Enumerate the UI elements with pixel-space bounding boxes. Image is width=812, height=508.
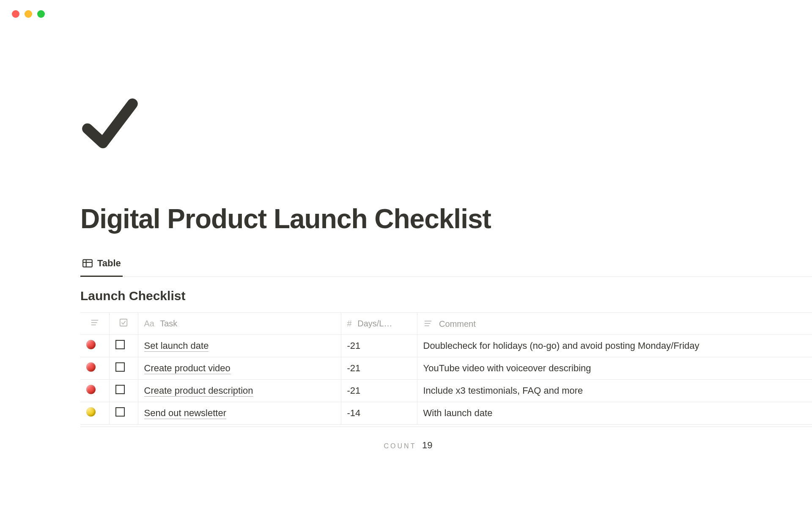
cell-days[interactable]: -21 bbox=[341, 335, 417, 357]
text-type-icon: Aa bbox=[144, 319, 154, 328]
checkmark-icon bbox=[80, 93, 140, 152]
status-dot-red bbox=[86, 385, 96, 394]
page-icon-checkmark[interactable] bbox=[80, 93, 140, 152]
table-row[interactable]: Send out newsletter-14With launch date bbox=[80, 402, 812, 425]
database-title[interactable]: Launch Checklist bbox=[80, 289, 812, 303]
column-header-comment-label: Comment bbox=[439, 319, 476, 329]
svg-rect-6 bbox=[120, 319, 127, 326]
cell-comment[interactable]: Include x3 testimonials, FAQ and more bbox=[417, 380, 812, 402]
status-dot-red bbox=[86, 340, 96, 349]
column-header-days-label: Days/L… bbox=[357, 319, 392, 328]
cell-checkbox[interactable] bbox=[109, 402, 138, 425]
page-content: Digital Product Launch Checklist Table L… bbox=[80, 93, 812, 451]
status-dot-red bbox=[86, 362, 96, 372]
task-title[interactable]: Set launch date bbox=[144, 340, 209, 352]
cell-days[interactable]: -14 bbox=[341, 402, 417, 425]
maximize-window-button[interactable] bbox=[37, 10, 45, 18]
cell-status[interactable] bbox=[80, 380, 109, 402]
task-checkbox[interactable] bbox=[115, 340, 125, 349]
checklist-table: Aa Task # Days/L… Comment Set launch d bbox=[80, 312, 812, 425]
checkbox-icon bbox=[119, 318, 128, 327]
column-header-checkbox[interactable] bbox=[109, 313, 138, 335]
cell-comment[interactable]: Doublecheck for holidays (no-go) and avo… bbox=[417, 335, 812, 357]
cell-task[interactable]: Set launch date bbox=[138, 335, 341, 357]
task-title[interactable]: Send out newsletter bbox=[144, 408, 226, 419]
cell-task[interactable]: Send out newsletter bbox=[138, 402, 341, 425]
table-row[interactable]: Create product description-21Include x3 … bbox=[80, 380, 812, 402]
task-title[interactable]: Create product video bbox=[144, 363, 230, 374]
cell-status[interactable] bbox=[80, 335, 109, 357]
table-row[interactable]: Set launch date-21Doublecheck for holida… bbox=[80, 335, 812, 357]
cell-comment[interactable]: With launch date bbox=[417, 402, 812, 425]
table-bottom-divider bbox=[80, 426, 812, 427]
cell-checkbox[interactable] bbox=[109, 380, 138, 402]
cell-days[interactable]: -21 bbox=[341, 380, 417, 402]
cell-days[interactable]: -21 bbox=[341, 357, 417, 380]
cell-checkbox[interactable] bbox=[109, 335, 138, 357]
task-checkbox[interactable] bbox=[115, 362, 125, 372]
table-row[interactable]: Create product video-21YouTube video wit… bbox=[80, 357, 812, 380]
table-icon bbox=[82, 258, 93, 269]
cell-checkbox[interactable] bbox=[109, 357, 138, 380]
row-count-footer: COUNT 19 bbox=[80, 440, 736, 451]
column-header-status[interactable] bbox=[80, 313, 109, 335]
view-tabs: Table bbox=[80, 258, 812, 277]
lines-icon bbox=[423, 319, 433, 328]
cell-task[interactable]: Create product video bbox=[138, 357, 341, 380]
status-dot-yellow bbox=[86, 407, 96, 417]
column-header-task[interactable]: Aa Task bbox=[138, 313, 341, 335]
svg-rect-0 bbox=[83, 260, 92, 267]
lines-icon bbox=[90, 318, 99, 327]
column-header-comment[interactable]: Comment bbox=[417, 313, 812, 335]
cell-status[interactable] bbox=[80, 402, 109, 425]
task-checkbox[interactable] bbox=[115, 407, 125, 417]
column-header-days[interactable]: # Days/L… bbox=[341, 313, 417, 335]
count-value: 19 bbox=[422, 440, 432, 450]
view-tab-table[interactable]: Table bbox=[80, 258, 123, 277]
cell-status[interactable] bbox=[80, 357, 109, 380]
cell-task[interactable]: Create product description bbox=[138, 380, 341, 402]
close-window-button[interactable] bbox=[12, 10, 19, 18]
view-tab-label: Table bbox=[97, 258, 121, 269]
task-checkbox[interactable] bbox=[115, 385, 125, 394]
minimize-window-button[interactable] bbox=[25, 10, 32, 18]
number-type-icon: # bbox=[347, 319, 352, 328]
task-title[interactable]: Create product description bbox=[144, 385, 253, 397]
cell-comment[interactable]: YouTube video with voiceover describing bbox=[417, 357, 812, 380]
window-traffic-lights bbox=[12, 10, 45, 18]
column-header-task-label: Task bbox=[160, 319, 177, 328]
count-label: COUNT bbox=[384, 442, 417, 450]
page-title[interactable]: Digital Product Launch Checklist bbox=[80, 203, 812, 235]
table-header-row: Aa Task # Days/L… Comment bbox=[80, 313, 812, 335]
